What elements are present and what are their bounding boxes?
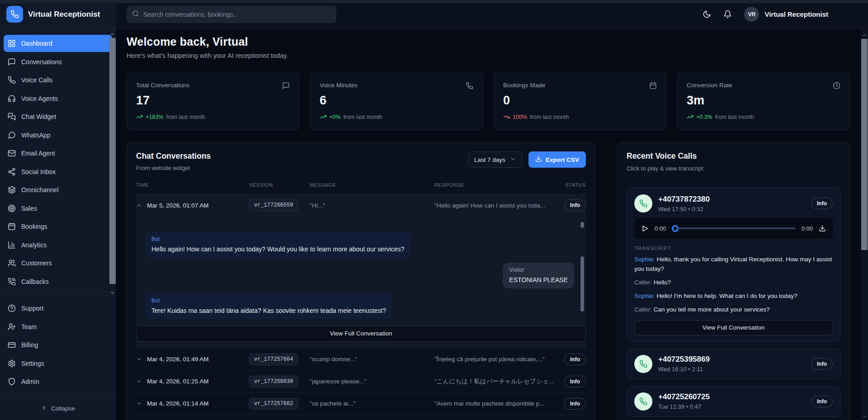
- voice-panel-subtitle: Click to play & view transcript: [627, 165, 840, 172]
- user-avatar[interactable]: VR: [744, 7, 759, 22]
- play-icon[interactable]: [641, 225, 649, 232]
- row-time: Mar 5, 2026, 01:07 AM: [147, 202, 209, 209]
- player-track: [678, 227, 795, 229]
- export-csv-button[interactable]: Export CSV: [528, 151, 586, 168]
- sidebar-item-billing[interactable]: Billing: [4, 336, 112, 354]
- sidebar-item-customers[interactable]: Customers: [4, 255, 112, 272]
- sidebar-item-voice-calls[interactable]: Voice Calls: [4, 71, 112, 89]
- sidebar-item-label: Callbacks: [21, 278, 49, 285]
- voice-call-card[interactable]: +40725260725 Tue 12:39 • 0:47 Info: [627, 386, 840, 417]
- info-button[interactable]: Info: [564, 199, 586, 211]
- chevron-down-icon[interactable]: [136, 401, 142, 406]
- call-number: +40737872380: [658, 195, 710, 204]
- search-box[interactable]: [127, 6, 336, 23]
- sidebar-item-admin[interactable]: Admin: [4, 373, 112, 390]
- view-full-conversation-button[interactable]: View Full Conversation: [634, 320, 833, 335]
- sidebar-item-social-inbox[interactable]: Social Inbox: [4, 163, 112, 180]
- page-scrollbar-thumb[interactable]: [861, 39, 868, 250]
- sidebar-item-settings[interactable]: Settings: [4, 355, 112, 372]
- sidebar-item-bookings[interactable]: Bookings: [4, 218, 112, 235]
- sidebar-scrollbar-thumb[interactable]: [109, 38, 116, 284]
- player-total-time: 0:00: [802, 225, 813, 232]
- dark-mode-toggle-moon-icon[interactable]: [703, 10, 712, 19]
- sidebar-item-sales[interactable]: Sales: [4, 200, 112, 217]
- collapse-button[interactable]: Collapse: [0, 396, 116, 420]
- chevron-down-icon[interactable]: [136, 356, 142, 362]
- stat-label: Conversion Rate: [687, 82, 732, 89]
- sidebar-item-analytics[interactable]: Analytics: [4, 236, 112, 254]
- notifications-bell-icon[interactable]: [723, 10, 732, 19]
- sidebar-scrollbar[interactable]: [109, 30, 116, 292]
- sidebar-item-team[interactable]: Team: [4, 318, 112, 335]
- transcript-label: TRANSCRIPT: [634, 245, 833, 251]
- table-row[interactable]: Mar 5, 2026, 01:07 AM vr_177266559 "HI..…: [136, 194, 586, 217]
- page-scrollbar[interactable]: [861, 30, 868, 420]
- voice-call-card[interactable]: +40737872380 Wed 17:50 • 0:32 Info 0:00 …: [627, 187, 840, 342]
- sidebar-item-label: Admin: [21, 378, 39, 385]
- audio-player: 0:00 0:00: [634, 218, 833, 239]
- chat-scrollbar-piece[interactable]: [580, 222, 584, 228]
- table-row[interactable]: Mar 4, 2026, 01:49 AM vr_177257604 "scum…: [136, 348, 586, 370]
- user-name: Virtual Receptionist: [764, 10, 828, 18]
- sidebar-item-label: WhatsApp: [21, 132, 51, 139]
- row-time: Mar 4, 2026, 01:14 AM: [147, 400, 209, 407]
- dashboard-icon: [8, 39, 16, 47]
- chat-panel-subtitle: From website widget: [136, 165, 211, 171]
- page-title: Welcome back, Virtual: [127, 35, 850, 48]
- table-row[interactable]: Mar 4, 2026, 01:14 AM vr_177257662 "ce p…: [136, 392, 586, 415]
- scroll-up-icon[interactable]: [109, 31, 115, 37]
- chat-scrollbar-thumb[interactable]: [580, 256, 584, 311]
- sidebar-item-label: Social Inbox: [21, 168, 56, 175]
- date-range-select[interactable]: Last 7 days: [468, 151, 522, 168]
- voice-call-card[interactable]: +40725395869 Wed 16:10 • 2:11 Info: [627, 349, 840, 379]
- scroll-down-icon[interactable]: [862, 413, 867, 418]
- info-button[interactable]: Info: [811, 358, 833, 370]
- table-row[interactable]: [136, 415, 586, 420]
- stat-label: Voice Minutes: [320, 82, 358, 89]
- call-number: +40725395869: [658, 355, 710, 364]
- download-icon[interactable]: [819, 225, 826, 232]
- stat-label: Bookings Made: [503, 82, 545, 89]
- sidebar-item-dashboard[interactable]: Dashboard: [4, 35, 112, 52]
- info-button[interactable]: Info: [564, 376, 586, 387]
- info-button[interactable]: Info: [564, 398, 586, 410]
- column-header-session: SESSION: [249, 177, 310, 194]
- info-button[interactable]: Info: [811, 198, 833, 209]
- sidebar-item-voice-agents[interactable]: Voice Agents: [4, 90, 112, 107]
- scroll-down-icon[interactable]: [109, 289, 115, 295]
- transcript-speaker: Caller:: [634, 279, 652, 286]
- stat-value: 17: [136, 94, 290, 108]
- scroll-up-icon[interactable]: [862, 32, 867, 37]
- call-meta: Wed 17:50 • 0:32: [658, 206, 710, 212]
- sidebar-item-omnichannel[interactable]: Omnichannel: [4, 181, 112, 198]
- transcript-speaker: Sophie:: [634, 293, 655, 299]
- info-button[interactable]: Info: [811, 396, 833, 407]
- sidebar-item-callbacks[interactable]: Callbacks: [4, 273, 112, 290]
- share-icon: [8, 168, 16, 176]
- row-message: "ce pachete ai...": [310, 392, 434, 415]
- row-time: Mar 4, 2026, 01:49 AM: [147, 356, 209, 363]
- chevron-up-icon[interactable]: [136, 203, 142, 208]
- sidebar-item-chat-widget[interactable]: Chat Widget: [4, 108, 112, 125]
- trending-up-icon: [136, 113, 143, 120]
- window-top-edge: [0, 0, 868, 3]
- chevron-down-icon[interactable]: [136, 378, 142, 384]
- player-slider[interactable]: [672, 225, 795, 232]
- sidebar-item-support[interactable]: Support: [4, 300, 112, 317]
- search-input[interactable]: [143, 11, 315, 18]
- sidebar-item-conversations[interactable]: Conversations: [4, 53, 112, 71]
- sidebar-item-label: Conversations: [21, 58, 62, 66]
- view-full-conversation-button[interactable]: View Full Conversation: [136, 326, 586, 342]
- table-row[interactable]: Mar 4, 2026, 01:25 AM vr_177258030 "japa…: [136, 370, 586, 392]
- row-response: [434, 415, 557, 420]
- sidebar-item-whatsapp[interactable]: WhatsApp: [4, 127, 112, 144]
- stats-row: Total Conversations 17 +183% from last m…: [127, 72, 850, 130]
- chat-bubble-bot: Bot Hello again! How can I assist you to…: [145, 232, 410, 258]
- sidebar-item-email-agent[interactable]: Email Agent: [4, 145, 112, 162]
- session-id-badge: vr_177258030: [249, 376, 298, 387]
- stat-delta: +0.3%: [696, 114, 712, 120]
- help-circle-icon: [8, 304, 16, 312]
- column-header-message: MESSAGE: [310, 177, 434, 194]
- info-button[interactable]: Info: [564, 354, 586, 365]
- stat-delta-note: from last month: [343, 114, 382, 120]
